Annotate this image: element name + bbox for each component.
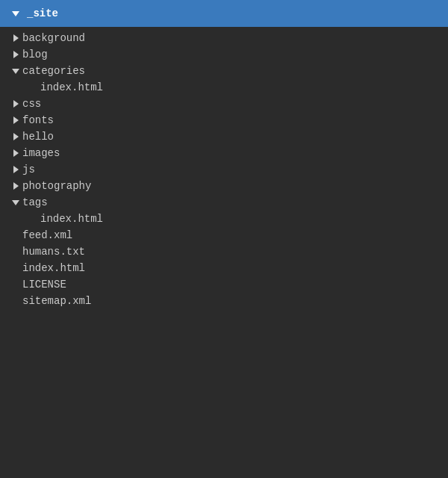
- file-item-tags-index[interactable]: index.html: [0, 211, 448, 227]
- file-label: humans.txt: [22, 246, 85, 258]
- tree-item-blog[interactable]: blog: [0, 46, 448, 63]
- folder-label: categories: [22, 65, 85, 77]
- tree-item-fonts[interactable]: fonts: [0, 112, 448, 128]
- file-label: LICENSE: [22, 279, 66, 291]
- tree-item-css[interactable]: css: [0, 96, 448, 112]
- chevron-down-icon: [9, 65, 22, 77]
- chevron-right-icon: [9, 98, 22, 110]
- collapse-icon[interactable]: [9, 7, 22, 19]
- folder-label: fonts: [22, 114, 54, 126]
- root-label: _site: [27, 7, 58, 19]
- folder-label: css: [22, 98, 41, 110]
- chevron-right-icon: [9, 147, 22, 159]
- file-label: index.html: [40, 213, 103, 225]
- tree-item-hello[interactable]: hello: [0, 128, 448, 145]
- folder-label: background: [22, 32, 85, 44]
- file-label: index.html: [40, 81, 103, 93]
- tree-item-categories[interactable]: categories: [0, 63, 448, 79]
- file-label: sitemap.xml: [22, 295, 91, 307]
- chevron-right-icon: [9, 180, 22, 192]
- folder-label: js: [22, 164, 35, 176]
- file-label: index.html: [22, 262, 85, 274]
- file-item-license[interactable]: LICENSE: [0, 276, 448, 293]
- tree-item-photography[interactable]: photography: [0, 178, 448, 194]
- file-item-humans-txt[interactable]: humans.txt: [0, 243, 448, 260]
- file-tree: background blog categories index.html cs…: [0, 27, 448, 312]
- folder-label: photography: [22, 180, 91, 192]
- file-item-sitemap-xml[interactable]: sitemap.xml: [0, 293, 448, 309]
- file-label: feed.xml: [22, 229, 72, 241]
- chevron-right-icon: [9, 32, 22, 44]
- title-bar: _site: [0, 0, 448, 27]
- folder-label: images: [22, 147, 60, 159]
- tree-item-images[interactable]: images: [0, 145, 448, 161]
- folder-label: blog: [22, 49, 48, 60]
- tree-item-background[interactable]: background: [0, 30, 448, 46]
- folder-label: hello: [22, 131, 54, 143]
- chevron-right-icon: [9, 131, 22, 143]
- file-item-categories-index[interactable]: index.html: [0, 79, 448, 96]
- chevron-right-icon: [9, 164, 22, 176]
- file-item-index-html[interactable]: index.html: [0, 260, 448, 276]
- chevron-right-icon: [9, 49, 22, 60]
- tree-item-tags[interactable]: tags: [0, 194, 448, 211]
- chevron-down-icon: [9, 196, 22, 208]
- file-item-feed-xml[interactable]: feed.xml: [0, 227, 448, 243]
- chevron-right-icon: [9, 114, 22, 126]
- tree-item-js[interactable]: js: [0, 161, 448, 178]
- folder-label: tags: [22, 196, 48, 208]
